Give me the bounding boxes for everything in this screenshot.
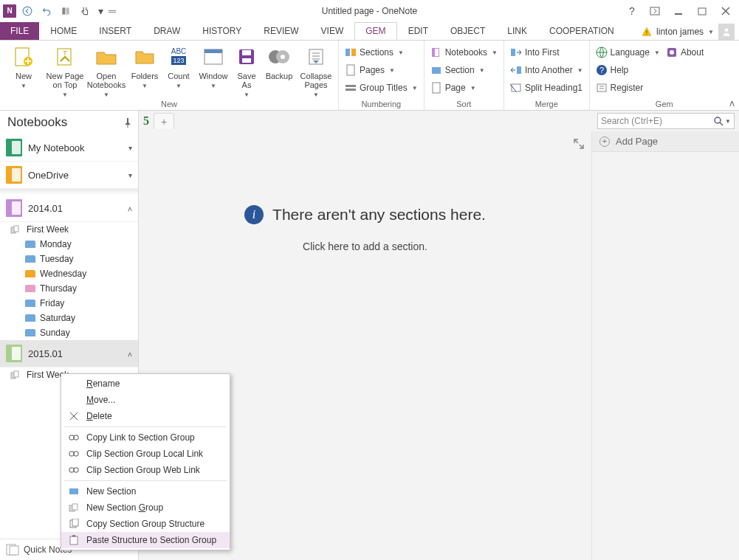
svg-rect-61 xyxy=(69,468,74,472)
chevron-down-icon: ▾ xyxy=(128,144,132,152)
pages-pane: + Add Page xyxy=(591,131,739,560)
window-button[interactable]: Window▼ xyxy=(195,42,232,91)
tab-object[interactable]: OBJECT xyxy=(439,22,496,40)
group-label-merge: Merge xyxy=(507,100,586,110)
add-page-button[interactable]: + Add Page xyxy=(592,131,739,152)
notebook-icon xyxy=(6,139,22,156)
pin-icon[interactable] xyxy=(123,117,132,128)
back-button[interactable] xyxy=(19,3,35,19)
menu-item[interactable]: Clip Section Group Local Link xyxy=(61,446,230,462)
new-button[interactable]: New▼ xyxy=(3,42,44,91)
menu-item[interactable]: New Section Group xyxy=(61,499,230,516)
ribbon-group-sort: Notebooks▼ Section▼ Page▼ Sort xyxy=(425,41,504,110)
chevron-up-icon: ʌ xyxy=(128,350,132,358)
menu-item[interactable]: Paste Structure to Section Group xyxy=(61,532,230,548)
backup-button[interactable]: Backup xyxy=(261,42,297,80)
section-dropdown[interactable]: Section▼ xyxy=(427,61,501,79)
tab-draw[interactable]: DRAW xyxy=(142,22,191,40)
tab-insert[interactable]: INSERT xyxy=(88,22,142,40)
ribbon: New▼ TNew Page on Top▼ Open Notebooks▼ F… xyxy=(0,40,739,111)
tab-home[interactable]: HOME xyxy=(39,22,88,40)
ribbon-group-new: New▼ TNew Page on Top▼ Open Notebooks▼ F… xyxy=(0,41,339,110)
language-dropdown[interactable]: Language▼ xyxy=(593,44,663,61)
section-item[interactable]: Monday xyxy=(0,237,138,252)
open-notebooks-button[interactable]: Open Notebooks▼ xyxy=(86,42,127,100)
save-as-button[interactable]: Save As▼ xyxy=(232,42,261,100)
tab-link[interactable]: LINK xyxy=(496,22,538,40)
group-titles-dropdown[interactable]: Group Titles▼ xyxy=(342,79,421,97)
search-input[interactable]: Search (Ctrl+E) ▼ xyxy=(597,113,735,129)
add-section-tab[interactable]: + xyxy=(154,113,174,129)
maximize-button[interactable] xyxy=(693,4,711,18)
menu-item[interactable]: New Section xyxy=(61,483,230,499)
svg-rect-50 xyxy=(14,371,18,377)
into-first-button[interactable]: Into First xyxy=(507,44,586,61)
section-icon xyxy=(25,255,35,263)
menu-item[interactable]: Rename xyxy=(61,376,230,392)
svg-rect-36 xyxy=(511,49,515,56)
svg-point-25 xyxy=(281,55,285,59)
undo-button[interactable] xyxy=(38,3,55,19)
split-heading1-button[interactable]: Split Heading1 xyxy=(507,79,586,97)
svg-rect-34 xyxy=(432,67,441,74)
tab-review[interactable]: REVIEW xyxy=(252,22,309,40)
tab-edit[interactable]: EDIT xyxy=(397,22,439,40)
help-button[interactable]: ? xyxy=(624,3,640,19)
tab-file[interactable]: FILE xyxy=(0,22,39,40)
add-section-link[interactable]: Click here to add a section. xyxy=(139,241,591,252)
section-icon xyxy=(25,270,35,277)
context-menu: RenameMove...DeleteCopy Link to Section … xyxy=(61,373,230,550)
tab-cooperation[interactable]: COOPERATION xyxy=(538,22,625,40)
minimize-button[interactable] xyxy=(670,4,687,18)
section-tabs-bar: 5 + Search (Ctrl+E) ▼ xyxy=(139,111,739,131)
qat-btn-1[interactable] xyxy=(58,3,74,19)
into-another-dropdown[interactable]: Into Another▼ xyxy=(507,61,586,79)
count-button[interactable]: ABC123Count▼ xyxy=(162,42,195,91)
section-icon xyxy=(25,329,35,336)
touch-mode-button[interactable] xyxy=(77,3,93,19)
collapse-ribbon-icon[interactable]: ʌ xyxy=(729,98,735,108)
user-area[interactable]: linton james ▼ xyxy=(642,24,739,40)
menu-item[interactable]: Clip Section Group Web Link xyxy=(61,462,230,478)
qat-overflow[interactable]: ═ xyxy=(108,3,117,19)
notebook-item[interactable]: My Notebook▾ xyxy=(0,134,138,162)
group-label-numbering: Numbering xyxy=(342,100,421,110)
menu-item[interactable]: Delete xyxy=(61,408,230,424)
section-item[interactable]: Tuesday xyxy=(0,252,138,266)
tab-view[interactable]: VIEW xyxy=(310,22,355,40)
section-item[interactable]: Saturday xyxy=(0,311,138,325)
section-item[interactable]: Friday xyxy=(0,296,138,311)
menu-item[interactable]: Copy Section Group Structure xyxy=(61,516,230,532)
section-group[interactable]: 2015.01ʌ xyxy=(0,340,138,367)
about-button[interactable]: About xyxy=(663,44,707,61)
menu-item[interactable]: Move... xyxy=(61,392,230,408)
close-button[interactable] xyxy=(717,4,735,18)
help-button[interactable]: ?Help xyxy=(593,61,663,79)
tab-gem[interactable]: GEM xyxy=(354,22,396,40)
collapse-pages-button[interactable]: Collapse Pages▼ xyxy=(297,42,335,100)
tab-history[interactable]: HISTORY xyxy=(191,22,252,40)
folders-button[interactable]: Folders▼ xyxy=(127,42,162,91)
page-dropdown[interactable]: Page▼ xyxy=(427,79,501,97)
menu-item[interactable]: Copy Link to Section Group xyxy=(61,429,230,446)
svg-rect-60 xyxy=(74,452,78,456)
section-item[interactable]: Wednesday xyxy=(0,266,138,281)
section-subgroup[interactable]: First Week xyxy=(0,222,138,237)
pages-dropdown[interactable]: Pages▼ xyxy=(342,61,421,79)
notebooks-dropdown[interactable]: Notebooks▼ xyxy=(427,44,501,61)
section-item[interactable]: Thursday xyxy=(0,281,138,296)
qat-dropdown[interactable]: ▾ xyxy=(96,3,105,19)
link-icon xyxy=(67,466,80,474)
new-page-on-top-button[interactable]: TNew Page on Top▼ xyxy=(44,42,86,100)
notebook-item[interactable]: OneDrive▾ xyxy=(0,162,138,189)
svg-point-53 xyxy=(715,117,721,123)
svg-rect-43 xyxy=(597,84,606,91)
svg-rect-31 xyxy=(346,89,356,91)
ribbon-display-options[interactable] xyxy=(646,4,664,18)
section-icon xyxy=(25,241,35,248)
section-group[interactable]: 2014.01ʌ xyxy=(0,195,138,222)
expand-icon[interactable] xyxy=(574,139,584,149)
sections-dropdown[interactable]: Sections▼ xyxy=(342,44,421,61)
register-button[interactable]: Register xyxy=(593,79,663,97)
section-item[interactable]: Sunday xyxy=(0,325,138,340)
